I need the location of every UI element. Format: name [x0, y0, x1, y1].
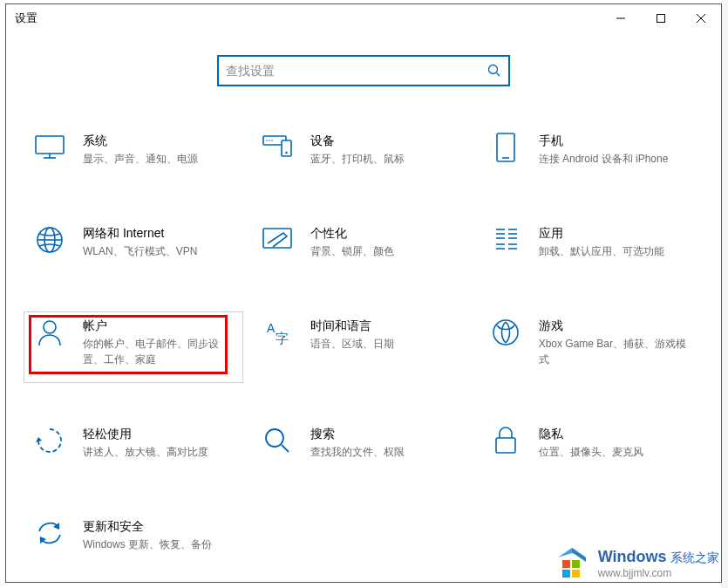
- card-title: 系统: [83, 132, 198, 149]
- card-title: 时间和语言: [310, 317, 394, 334]
- card-desc: 显示、声音、通知、电源: [83, 151, 198, 167]
- card-title: 轻松使用: [83, 425, 208, 442]
- card-phone[interactable]: 手机 连接 Android 设备和 iPhone: [486, 128, 697, 170]
- svg-rect-46: [572, 570, 580, 578]
- search-row: [6, 55, 721, 86]
- ease-of-access-icon: [34, 425, 65, 456]
- card-desc: WLAN、飞行模式、VPN: [83, 243, 197, 259]
- svg-line-37: [282, 445, 289, 452]
- card-system[interactable]: 系统 显示、声音、通知、电源: [31, 128, 241, 170]
- svg-rect-43: [562, 560, 570, 568]
- devices-icon: [262, 132, 293, 163]
- card-desc: 背景、锁屏、颜色: [310, 243, 394, 259]
- search-input[interactable]: [226, 64, 487, 78]
- svg-point-34: [493, 320, 518, 345]
- svg-rect-45: [562, 570, 570, 578]
- system-icon: [34, 132, 65, 163]
- settings-window: 设置 系统 显示、声音、通知、: [5, 3, 722, 583]
- svg-rect-15: [497, 133, 514, 161]
- card-desc: 蓝牙、打印机、鼠标: [310, 151, 405, 167]
- card-desc: 讲述人、放大镜、高对比度: [83, 444, 208, 460]
- card-search[interactable]: 搜索 查找我的文件、权限: [258, 421, 468, 463]
- card-desc: 位置、摄像头、麦克风: [539, 444, 643, 460]
- svg-point-13: [269, 140, 271, 141]
- card-privacy[interactable]: 隐私 位置、摄像头、麦克风: [486, 421, 697, 463]
- card-desc: Xbox Game Bar、捕获、游戏模式: [539, 336, 693, 367]
- window-title: 设置: [15, 10, 37, 26]
- svg-rect-38: [496, 438, 515, 453]
- apps-icon: [490, 224, 521, 256]
- watermark: Windows 系统之家 www.bjjmlv.com: [553, 544, 719, 583]
- gaming-icon: [490, 317, 521, 348]
- card-desc: 连接 Android 设备和 iPhone: [539, 151, 669, 167]
- card-title: 设备: [310, 132, 405, 149]
- card-title: 手机: [539, 132, 669, 149]
- minimize-button[interactable]: [601, 4, 641, 32]
- svg-point-14: [272, 140, 274, 141]
- svg-rect-1: [657, 15, 665, 23]
- card-personalization[interactable]: 个性化 背景、锁屏、颜色: [258, 221, 468, 263]
- card-title: 搜索: [310, 425, 405, 442]
- close-button[interactable]: [681, 4, 721, 32]
- card-title: 网络和 Internet: [83, 224, 197, 242]
- card-desc: 语音、区域、日期: [310, 336, 394, 352]
- time-language-icon: A字: [262, 317, 293, 348]
- watermark-brand-en: Windows: [598, 548, 667, 565]
- card-time-language[interactable]: A字 时间和语言 语音、区域、日期: [258, 313, 468, 371]
- search-box[interactable]: [217, 55, 510, 86]
- card-title: 应用: [539, 224, 664, 242]
- svg-point-36: [266, 429, 283, 447]
- svg-text:字: 字: [276, 331, 289, 345]
- maximize-button[interactable]: [641, 4, 681, 32]
- card-title: 隐私: [539, 425, 643, 442]
- watermark-logo-icon: [553, 544, 591, 583]
- titlebar: 设置: [6, 4, 721, 32]
- svg-text:A: A: [267, 321, 276, 335]
- right-scroll-strip: [721, 0, 728, 588]
- svg-line-5: [497, 73, 500, 77]
- card-title: 游戏: [539, 317, 693, 334]
- card-desc: 卸载、默认应用、可选功能: [539, 243, 664, 259]
- card-title: 个性化: [310, 224, 394, 242]
- card-apps[interactable]: 应用 卸载、默认应用、可选功能: [486, 221, 697, 263]
- search-category-icon: [262, 425, 293, 456]
- svg-rect-20: [263, 229, 291, 248]
- watermark-brand-cn: 系统之家: [670, 550, 719, 564]
- watermark-url: www.bjjmlv.com: [598, 568, 719, 578]
- svg-marker-42: [572, 548, 586, 562]
- svg-rect-10: [282, 140, 291, 156]
- card-devices[interactable]: 设备 蓝牙、打印机、鼠标: [258, 128, 468, 170]
- accounts-tile-border: [24, 311, 243, 383]
- card-title: 更新和安全: [83, 517, 212, 535]
- svg-point-12: [267, 140, 269, 141]
- personalization-icon: [262, 224, 293, 256]
- update-icon: [34, 517, 65, 549]
- card-gaming[interactable]: 游戏 Xbox Game Bar、捕获、游戏模式: [486, 313, 697, 371]
- search-icon: [487, 64, 501, 78]
- card-desc: Windows 更新、恢复、备份: [83, 537, 212, 552]
- svg-rect-6: [36, 136, 64, 154]
- card-ease-of-access[interactable]: 轻松使用 讲述人、放大镜、高对比度: [31, 421, 241, 463]
- privacy-icon: [490, 425, 521, 456]
- card-network[interactable]: 网络和 Internet WLAN、飞行模式、VPN: [31, 221, 241, 263]
- globe-icon: [34, 224, 65, 256]
- card-update-security[interactable]: 更新和安全 Windows 更新、恢复、备份: [31, 514, 241, 556]
- window-controls: [601, 4, 721, 32]
- svg-point-4: [489, 65, 498, 74]
- svg-rect-44: [572, 560, 580, 568]
- svg-point-11: [286, 152, 289, 154]
- card-desc: 查找我的文件、权限: [310, 444, 405, 460]
- phone-icon: [490, 132, 521, 163]
